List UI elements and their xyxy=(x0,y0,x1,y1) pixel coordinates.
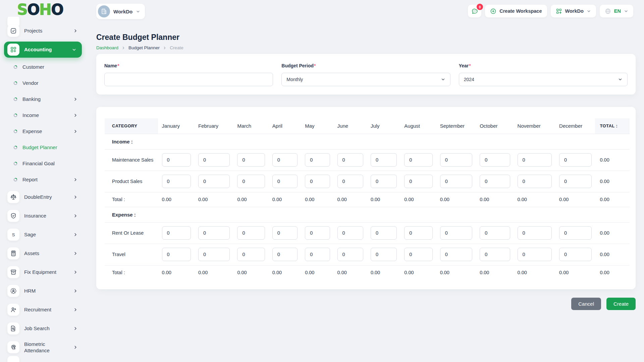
budget-cell-input[interactable] xyxy=(440,175,472,188)
budget-cell-input[interactable] xyxy=(272,248,298,261)
sidebar-item-banking[interactable]: Banking xyxy=(0,91,86,107)
globe-icon xyxy=(605,8,611,14)
budget-cell-input[interactable] xyxy=(518,248,552,261)
budget-cell-input[interactable] xyxy=(272,226,298,240)
total-header: TOTAL : xyxy=(595,118,630,134)
budget-cell-input[interactable] xyxy=(305,175,330,188)
top-header: SOHO WorkDo 0 Create Workspace WorkDo xyxy=(0,0,644,19)
create-workspace-button[interactable]: Create Workspace xyxy=(485,5,547,17)
budget-cell-input[interactable] xyxy=(559,153,591,167)
budget-cell-input[interactable] xyxy=(237,248,265,261)
chevron-right-icon xyxy=(73,345,78,350)
budget-cell-input[interactable] xyxy=(198,175,230,188)
budget-cell-input[interactable] xyxy=(337,226,363,240)
row-total: 0.00 xyxy=(595,222,630,244)
sage-icon: S xyxy=(7,229,19,241)
budget-cell-input[interactable] xyxy=(480,248,510,261)
sidebar-item-income[interactable]: Income xyxy=(0,107,86,123)
budget-cell-input[interactable] xyxy=(337,153,363,167)
workspace-switcher[interactable]: WorkDo xyxy=(96,4,145,19)
budget-cell-input[interactable] xyxy=(480,153,510,167)
budget-cell-input[interactable] xyxy=(559,226,591,240)
sidebar-item-fix-equipment[interactable]: Fix Equipment xyxy=(0,263,86,282)
month-total: 0.00 xyxy=(194,192,233,207)
sidebar-item-label: Budget Planner xyxy=(22,144,57,151)
budget-cell-input[interactable] xyxy=(440,153,472,167)
budget-cell-input[interactable] xyxy=(404,248,432,261)
sidebar-item-recruitment[interactable]: Recruitment xyxy=(0,300,86,319)
budget-cell-input[interactable] xyxy=(480,226,510,240)
row-total: 0.00 xyxy=(595,171,630,192)
sidebar-item-vendor[interactable]: Vendor xyxy=(0,75,86,91)
budget-cell-input[interactable] xyxy=(371,248,397,261)
budget-cell-input[interactable] xyxy=(305,248,330,261)
budget-cell-input[interactable] xyxy=(198,153,230,167)
cancel-button[interactable]: Cancel xyxy=(571,298,601,310)
sidebar-item-accounting[interactable]: Accounting xyxy=(4,42,82,58)
budget-cell-input[interactable] xyxy=(198,226,230,240)
main-content: Create Budget Planner DashboardBudget Pl… xyxy=(96,19,636,310)
workdo-apps-button[interactable]: WorkDo xyxy=(551,5,596,17)
budget-cell-input[interactable] xyxy=(371,175,397,188)
budget-cell-input[interactable] xyxy=(162,248,191,261)
sidebar-item-job-search[interactable]: Job Search xyxy=(0,319,86,338)
sidebar-item-assets[interactable]: Assets xyxy=(0,244,86,263)
budget-cell-input[interactable] xyxy=(518,175,552,188)
sidebar-item-biometric-attendance[interactable]: Biometric Attendance xyxy=(0,338,86,357)
create-workspace-label: Create Workspace xyxy=(499,8,542,14)
sidebar-item-report[interactable]: Report xyxy=(0,172,86,188)
budget-cell-input[interactable] xyxy=(305,226,330,240)
breadcrumb-budget-planner[interactable]: Budget Planner xyxy=(128,45,160,50)
sidebar-item-projects[interactable]: Projects xyxy=(0,21,86,40)
budget-cell-input[interactable] xyxy=(337,248,363,261)
budget-cell-input[interactable] xyxy=(518,226,552,240)
page-title: Create Budget Planner xyxy=(96,34,636,41)
budget-cell-input[interactable] xyxy=(559,175,591,188)
budget-cell-input[interactable] xyxy=(162,153,191,167)
sidebar-item-sage[interactable]: SSage xyxy=(0,225,86,244)
name-input[interactable] xyxy=(104,73,273,86)
budget-cell-input[interactable] xyxy=(480,175,510,188)
budget-cell-input[interactable] xyxy=(237,175,265,188)
budget-cell-input[interactable] xyxy=(272,175,298,188)
month-total: 0.00 xyxy=(367,192,400,207)
sidebar-item-customer[interactable]: Customer xyxy=(0,59,86,75)
budget-cell-input[interactable] xyxy=(337,175,363,188)
budget-cell-input[interactable] xyxy=(305,153,330,167)
chevron-right-icon xyxy=(73,307,78,312)
soho-logo[interactable]: SOHO xyxy=(17,3,63,17)
month-header: June xyxy=(333,118,367,134)
row-total: 0.00 xyxy=(595,244,630,265)
category-header: CATEGORY xyxy=(105,118,158,134)
budget-cell-input[interactable] xyxy=(162,226,191,240)
sidebar-item-insurance[interactable]: Insurance xyxy=(0,206,86,225)
year-select[interactable]: 2024 xyxy=(459,73,628,86)
budget-cell-input[interactable] xyxy=(404,175,432,188)
budget-period-select[interactable]: Monthly xyxy=(281,73,450,86)
budget-cell-input[interactable] xyxy=(237,226,265,240)
budget-cell-input[interactable] xyxy=(371,153,397,167)
budget-cell-input[interactable] xyxy=(440,248,472,261)
messages-button[interactable]: 0 xyxy=(468,5,481,17)
sidebar-item-hrm[interactable]: HRM xyxy=(0,282,86,300)
budget-cell-input[interactable] xyxy=(440,226,472,240)
sidebar-item-financial-goal[interactable]: Financial Goal xyxy=(0,156,86,172)
budget-cell-input[interactable] xyxy=(237,153,265,167)
budget-cell-input[interactable] xyxy=(272,153,298,167)
budget-cell-input[interactable] xyxy=(404,226,432,240)
sidebar-item-budget-planner[interactable]: Budget Planner xyxy=(0,139,86,156)
sidebar-item-doubleentry[interactable]: DoubleEntry xyxy=(0,188,86,206)
budget-cell-input[interactable] xyxy=(162,175,191,188)
year-field: Year* 2024 xyxy=(459,63,628,86)
budget-cell-input[interactable] xyxy=(559,248,591,261)
budget-cell-input[interactable] xyxy=(371,226,397,240)
month-header: May xyxy=(301,118,333,134)
budget-cell-input[interactable] xyxy=(404,153,432,167)
budget-cell-input[interactable] xyxy=(198,248,230,261)
create-button[interactable]: Create xyxy=(606,298,636,310)
sidebar-item-expense[interactable]: Expense xyxy=(0,123,86,139)
budget-cell-input[interactable] xyxy=(518,153,552,167)
breadcrumb-dashboard[interactable]: Dashboard xyxy=(96,45,118,50)
language-switcher[interactable]: EN xyxy=(600,5,633,17)
year-label: Year* xyxy=(459,63,628,69)
